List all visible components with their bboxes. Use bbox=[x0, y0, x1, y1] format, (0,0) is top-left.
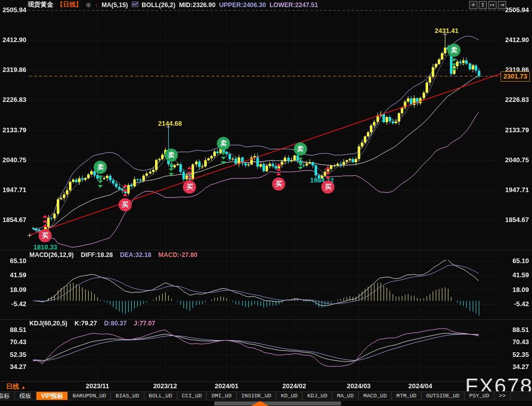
boll-lower-value: LOWER:2247.51 bbox=[270, 2, 318, 9]
tab-cci_ud[interactable]: CCI_UD bbox=[177, 392, 207, 400]
sell-arrow-icon bbox=[169, 173, 174, 176]
macd-axis-tick-left: -5.42 bbox=[0, 300, 26, 308]
pan-icon[interactable]: ✛ bbox=[469, 1, 477, 9]
tab-kdj_ud[interactable]: KDJ_UD bbox=[302, 392, 332, 400]
x-axis-month-label: 2023/11 bbox=[80, 382, 115, 390]
tab-inside_ud[interactable]: INSIDE_UD bbox=[237, 392, 276, 400]
x-axis-month-label: 2024/02 bbox=[277, 382, 312, 390]
buy-arrow-icon bbox=[325, 166, 330, 169]
kdj-d-value: D:80.37 bbox=[104, 320, 127, 327]
tab-mtm_ud[interactable]: MTM_UD bbox=[392, 392, 422, 400]
macd-axis-tick-left: 65.10 bbox=[0, 257, 26, 265]
tab-barupdn_ud[interactable]: BARUPDN_UD bbox=[68, 392, 111, 400]
bottom-scrollbar bbox=[0, 400, 532, 406]
price-axis-tick-right: 2412.90 bbox=[501, 36, 529, 44]
price-annotation: 2144.68 bbox=[158, 120, 182, 127]
tab-boll_ud[interactable]: BOLL_UD bbox=[144, 392, 177, 400]
kdj-axis-tick-right: 34.27 bbox=[501, 363, 529, 371]
scrollbar-track[interactable] bbox=[214, 401, 341, 405]
kdj-status-row: KDJ(60,20,5) K:79.27 D:80.37 J:77.07 bbox=[29, 320, 155, 327]
tab-[interactable]: 指标 bbox=[0, 392, 15, 400]
buy-arrow-icon bbox=[43, 219, 48, 223]
tab-[interactable]: 模板 bbox=[15, 392, 36, 400]
macd-axis-tick-right: -5.42 bbox=[501, 300, 529, 308]
buy-arrow-icon bbox=[325, 175, 330, 178]
add-indicator-icon[interactable]: ⊕ bbox=[86, 1, 91, 9]
exit-right-icon[interactable]: ⇥ bbox=[498, 1, 506, 9]
sell-signal-badge: 卖 bbox=[447, 44, 461, 57]
sell-arrow-icon bbox=[98, 180, 103, 183]
price-axis-tick-left: 1947.71 bbox=[0, 186, 26, 194]
price-axis-tick-left: 2133.79 bbox=[0, 126, 26, 134]
indicator-tab-bar: 指标模板VIP指标BARUPDN_UDBIAS_UDBOLL_UDCCI_UDD… bbox=[0, 391, 532, 400]
sell-arrow-icon bbox=[298, 158, 303, 161]
x-axis-row: 日线 ▲ 2023/112023/122024/012024/022024/03… bbox=[0, 382, 532, 391]
buy-signal-badge: 买 bbox=[119, 198, 132, 211]
sell-arrow-icon bbox=[451, 68, 457, 71]
boll-mid-value: MID:2326.90 bbox=[179, 2, 215, 9]
ma-indicator-label[interactable]: MA(5,15) bbox=[101, 2, 128, 9]
sell-arrow-icon bbox=[451, 63, 457, 66]
tab-outside_ud[interactable]: OUTSIDE_UD bbox=[422, 392, 465, 400]
sell-arrow-icon bbox=[169, 164, 174, 167]
price-axis-tick-right: 2040.75 bbox=[501, 156, 529, 164]
macd-axis-tick-right: 41.59 bbox=[501, 271, 529, 279]
sell-arrow-icon bbox=[169, 168, 174, 171]
tab-ma_ud[interactable]: MA_UD bbox=[332, 392, 359, 400]
buy-arrow-icon bbox=[276, 172, 281, 175]
sell-arrow-icon bbox=[221, 157, 226, 160]
sell-arrow-icon bbox=[451, 59, 457, 62]
kdj-axis-tick-right: 52.35 bbox=[501, 351, 529, 358]
macd-status-row: MACD(26,12,9) DIFF:18.28 DEA:32.18 MACD:… bbox=[29, 251, 198, 259]
buy-arrow-icon bbox=[276, 163, 281, 166]
boll-upper-value: UPPER:2406.30 bbox=[219, 2, 265, 9]
buy-arrow-icon bbox=[187, 166, 192, 169]
kdj-axis-tick-left: 34.27 bbox=[0, 363, 26, 371]
price-axis-tick-right: 2133.79 bbox=[501, 126, 529, 134]
tab-vip[interactable]: VIP指标 bbox=[36, 392, 68, 400]
x-axis-month-label: 2024/03 bbox=[341, 382, 376, 390]
scale-vertical-icon[interactable]: ↥ bbox=[479, 1, 487, 9]
buy-arrow-icon bbox=[123, 189, 128, 192]
buy-arrow-icon bbox=[325, 171, 330, 174]
tab-macd_ud[interactable]: MACD_UD bbox=[359, 392, 392, 400]
buy-arrow-icon bbox=[187, 175, 192, 178]
price-axis-tick-right: 1947.71 bbox=[501, 186, 529, 194]
macd-axis-tick-left: 18.09 bbox=[0, 286, 26, 293]
tab-bias_ud[interactable]: BIAS_UD bbox=[111, 392, 144, 400]
tab-dmi_ud[interactable]: DMI_UD bbox=[207, 392, 237, 400]
macd-indicator-label: MACD(26,12,9) bbox=[29, 251, 74, 259]
chart-toolbar-icons: ✛ ↥ ↦ ⇥ bbox=[469, 1, 506, 9]
buy-arrow-icon bbox=[43, 215, 48, 218]
kdj-k-value: K:79.27 bbox=[74, 320, 97, 327]
current-price-tag: 2301.73 bbox=[501, 71, 530, 82]
price-annotation: 1810.33 bbox=[33, 243, 57, 251]
period-selector[interactable]: 日线 ▲ bbox=[6, 382, 26, 391]
tab-[interactable]: >> bbox=[495, 392, 511, 400]
sell-signal-badge: 卖 bbox=[294, 142, 307, 156]
boll-indicator-label[interactable]: BOLL(26,2) bbox=[142, 2, 176, 9]
scrollbar-handle-icon[interactable] bbox=[251, 401, 269, 406]
scale-horizontal-icon[interactable]: ↦ bbox=[488, 1, 497, 9]
trading-app-window: 现货黄金 【日线】 ⊕ ↑ MA(5,15) BOLL(26,2) MID:23… bbox=[0, 0, 532, 406]
x-axis-month-label: 2023/12 bbox=[147, 382, 183, 390]
sell-arrow-icon bbox=[221, 161, 226, 164]
macd-diff-value: DIFF:18.28 bbox=[81, 251, 113, 259]
price-axis-tick-right: 1854.67 bbox=[501, 216, 529, 224]
chart-header: 现货黄金 【日线】 ⊕ ↑ MA(5,15) BOLL(26,2) MID:23… bbox=[28, 0, 318, 10]
kdj-axis-tick-left: 88.51 bbox=[0, 326, 26, 334]
kdj-axis-tick-right: 70.43 bbox=[501, 338, 529, 346]
sell-signal-badge: 卖 bbox=[165, 149, 178, 162]
tab-kd_ud[interactable]: KD_UD bbox=[276, 392, 302, 400]
macd-dea-value: DEA:32.18 bbox=[120, 251, 151, 259]
x-axis-month-label: 2024/01 bbox=[209, 382, 244, 390]
buy-signal-badge: 买 bbox=[39, 229, 52, 242]
timeframe-tag[interactable]: 【日线】 bbox=[57, 1, 82, 9]
price-axis-tick-left: 2319.86 bbox=[0, 66, 26, 73]
tab-psy_ud[interactable]: PSY_UD bbox=[465, 392, 495, 400]
price-axis-tick-left: 2040.75 bbox=[0, 156, 26, 164]
buy-arrow-icon bbox=[123, 184, 128, 187]
symbol-title: 现货黄金 bbox=[28, 1, 53, 9]
sell-arrow-icon bbox=[298, 162, 303, 165]
price-axis-tick-right: 2226.83 bbox=[501, 96, 529, 103]
